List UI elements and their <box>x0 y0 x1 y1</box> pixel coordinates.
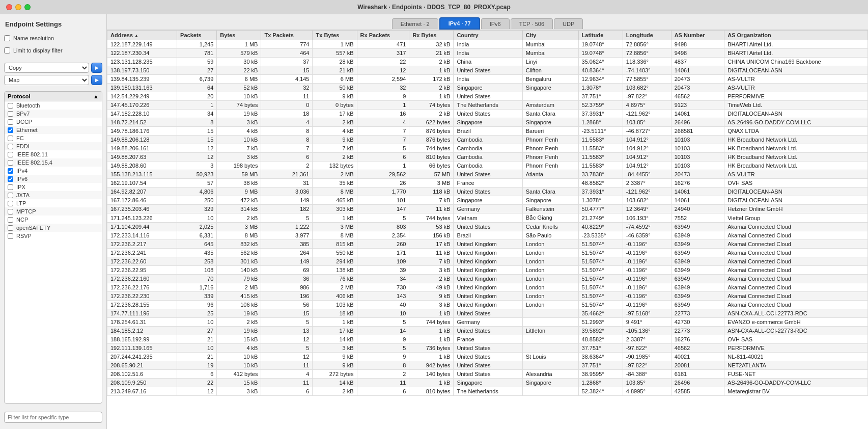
protocol-checkbox-ieee80211[interactable] <box>8 152 13 157</box>
col-header-country[interactable]: Country <box>454 31 522 40</box>
protocol-checkbox-jxta[interactable] <box>8 193 13 198</box>
cell-r22-c2: 8 MB <box>217 231 261 240</box>
tab-udp[interactable]: UDP <box>554 18 583 29</box>
cell-r30-c4: 103 kB <box>313 301 357 309</box>
maximize-button[interactable] <box>24 4 31 10</box>
cell-r8-c0: 147.182.228.10 <box>107 110 177 118</box>
cell-r29-c2: 415 kB <box>217 292 261 301</box>
cell-r40-c9: 52.3824° <box>578 387 623 396</box>
filter-input[interactable] <box>4 412 102 423</box>
cell-r7-c3: 0 <box>261 101 313 110</box>
col-header-longitude[interactable]: Longitude <box>623 31 671 40</box>
cell-r6-c1: 20 <box>177 92 217 101</box>
cell-r39-c7: Singapore <box>454 379 522 387</box>
cell-r27-c2: 79 kB <box>217 275 261 283</box>
cell-r39-c12: AS-26496-GO-DADDY-COM-LLC <box>724 379 868 387</box>
col-header-address[interactable]: Address <box>107 31 177 40</box>
minimize-button[interactable] <box>15 4 21 10</box>
cell-r36-c6: 1 kB <box>409 353 454 361</box>
cell-r40-c11: 42585 <box>671 387 724 396</box>
cell-r18-c4: 465 kB <box>313 196 357 205</box>
cell-r27-c1: 70 <box>177 275 217 283</box>
cell-r31-c3: 15 <box>261 309 313 318</box>
window-title: Wireshark · Endpoints · DDOS_TCP_80_PROX… <box>357 4 511 11</box>
protocol-checkbox-opensafety[interactable] <box>8 225 13 231</box>
cell-r1-c10: 72.8856° <box>623 49 671 58</box>
table-row: 172.236.22.230339415 kB196406 kB1439 kBU… <box>107 292 868 301</box>
tab-ipv4[interactable]: IPv4 · 77 <box>439 17 480 30</box>
cell-r5-c0: 139.180.131.163 <box>107 84 177 92</box>
col-header-packets[interactable]: Packets <box>177 31 217 40</box>
cell-r5-c5: 32 <box>357 84 409 92</box>
col-header-bytes[interactable]: Bytes <box>217 31 261 40</box>
col-header-rx-bytes[interactable]: Rx Bytes <box>409 31 454 40</box>
protocol-checkbox-fddi[interactable] <box>8 144 13 149</box>
cell-r7-c6: 74 bytes <box>409 101 454 110</box>
cell-r3-c6: 1 kB <box>409 66 454 75</box>
cell-r31-c1: 25 <box>177 309 217 318</box>
cell-r40-c0: 213.249.67.16 <box>107 387 177 396</box>
cell-r29-c9: 51.5074° <box>578 292 623 301</box>
protocol-item-ipv6: IPv6 <box>5 175 102 183</box>
name-resolution-checkbox[interactable] <box>4 35 10 41</box>
cell-r22-c7: Brazil <box>454 231 522 240</box>
cell-r6-c6: 1 kB <box>409 92 454 101</box>
protocol-item-ieee80211: IEEE 802.11 <box>5 150 102 158</box>
protocol-checkbox-fc[interactable] <box>8 136 13 141</box>
cell-r37-c4: 9 kB <box>313 361 357 370</box>
protocol-checkbox-ipv6[interactable] <box>8 176 13 182</box>
cell-r20-c9: 21.2749° <box>578 213 623 223</box>
cell-r1-c12: BHARTI Airtel Ltd. <box>724 49 868 58</box>
col-header-tx-bytes[interactable]: Tx Bytes <box>313 31 357 40</box>
cell-r3-c12: DIGITALOCEAN-ASN <box>724 66 868 75</box>
cell-r33-c9: 39.5892° <box>578 327 623 335</box>
tab-tcp[interactable]: TCP · 506 <box>511 18 553 29</box>
col-header-as-organization[interactable]: AS Organization <box>724 31 868 40</box>
protocol-checkbox-ipx[interactable] <box>8 184 13 190</box>
tab-ethernet2[interactable]: Ethernet · 2 <box>392 18 438 29</box>
map-button[interactable]: ▶ <box>91 75 102 85</box>
close-button[interactable] <box>6 4 12 10</box>
protocol-label-ipv4: IPv4 <box>16 168 27 174</box>
cell-r21-c5: 803 <box>357 223 409 231</box>
cell-r29-c11: 63949 <box>671 292 724 301</box>
protocol-checkbox-ltp[interactable] <box>8 201 13 206</box>
cell-r25-c9: 51.5074° <box>578 257 623 266</box>
tab-ipv6[interactable]: IPv6 <box>481 18 510 29</box>
col-header-as-number[interactable]: AS Number <box>671 31 724 40</box>
protocol-checkbox-ethernet[interactable] <box>8 127 13 133</box>
col-header-tx-packets[interactable]: Tx Packets <box>261 31 313 40</box>
limit-display-checkbox[interactable] <box>4 47 10 53</box>
col-header-rx-packets[interactable]: Rx Packets <box>357 31 409 40</box>
protocol-checkbox-dccp[interactable] <box>8 119 13 125</box>
cell-r24-c12: Akamai Connected Cloud <box>724 249 868 257</box>
cell-r16-c7: France <box>454 179 522 187</box>
protocol-checkbox-rsvp[interactable] <box>8 233 13 239</box>
cell-r19-c5: 147 <box>357 205 409 213</box>
copy-select[interactable]: Copy <box>4 63 89 73</box>
map-select[interactable]: Map <box>4 75 89 85</box>
cell-r10-c10: -46.8727° <box>623 127 671 136</box>
protocol-checkbox-ncp[interactable] <box>8 217 13 223</box>
cell-r6-c5: 9 <box>357 92 409 101</box>
protocol-checkbox-ipv4[interactable] <box>8 168 13 174</box>
cell-r11-c2: 10 kB <box>217 136 261 144</box>
cell-r18-c1: 250 <box>177 196 217 205</box>
limit-display-row: Limit to display filter <box>4 46 102 55</box>
table-row: 162.19.107.545738 kB3135 kB263 MBFrance4… <box>107 179 868 187</box>
cell-r22-c9: -23.5335° <box>578 231 623 240</box>
cell-r30-c5: 40 <box>357 301 409 309</box>
copy-button[interactable]: ▶ <box>91 63 102 73</box>
table-row: 207.244.241.2352110 kB129 kB91 kBUnited … <box>107 353 868 361</box>
protocol-checkbox-bpv7[interactable] <box>8 111 13 117</box>
protocol-checkbox-ieee80215[interactable] <box>8 160 13 166</box>
cell-r25-c8: London <box>522 257 578 266</box>
table-wrap[interactable]: AddressPacketsBytesTx PacketsTx BytesRx … <box>107 30 868 429</box>
col-header-latitude[interactable]: Latitude <box>578 31 623 40</box>
table-row: 155.138.213.11550,92359 MB21,3612 MB29,5… <box>107 170 868 179</box>
col-header-city[interactable]: City <box>522 31 578 40</box>
cell-r26-c1: 108 <box>177 266 217 275</box>
protocol-checkbox-mptcp[interactable] <box>8 209 13 214</box>
protocol-checkbox-bluetooth[interactable] <box>8 103 13 109</box>
protocol-item-mptcp: MPTCP <box>5 207 102 216</box>
